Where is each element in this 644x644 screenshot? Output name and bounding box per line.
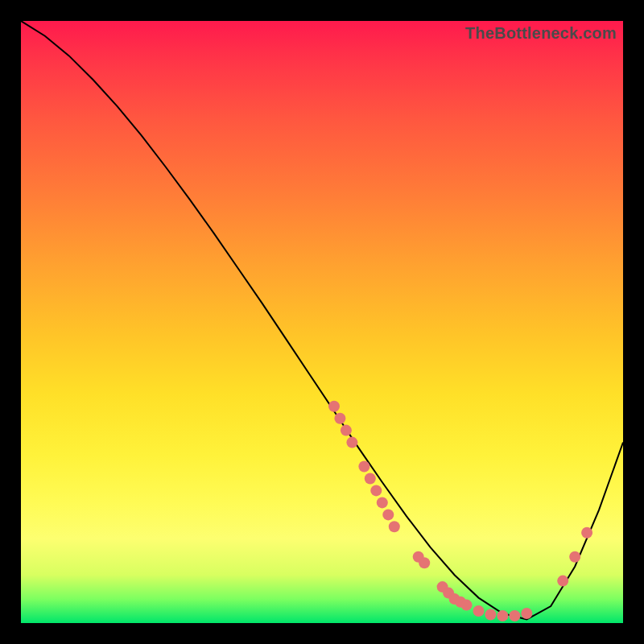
data-point [557, 576, 568, 587]
data-point [358, 461, 369, 473]
data-point [497, 610, 508, 621]
data-point [473, 605, 485, 617]
data-point [334, 413, 345, 424]
data-point [485, 609, 496, 621]
data-point [509, 610, 520, 621]
bottleneck-curve [21, 21, 623, 620]
data-point [521, 608, 532, 619]
data-point [341, 425, 352, 436]
data-point [569, 551, 580, 563]
data-point [328, 401, 340, 412]
data-point [419, 557, 430, 568]
data-point [377, 497, 388, 508]
data-points-group [328, 401, 592, 621]
chart-frame: TheBottleneck.com [21, 21, 623, 623]
data-point [389, 521, 400, 532]
data-point [346, 437, 357, 448]
data-point [365, 473, 376, 485]
data-point [382, 509, 394, 520]
data-point [461, 600, 473, 611]
chart-plot [21, 21, 623, 623]
data-point [581, 527, 592, 539]
data-point [370, 485, 382, 496]
